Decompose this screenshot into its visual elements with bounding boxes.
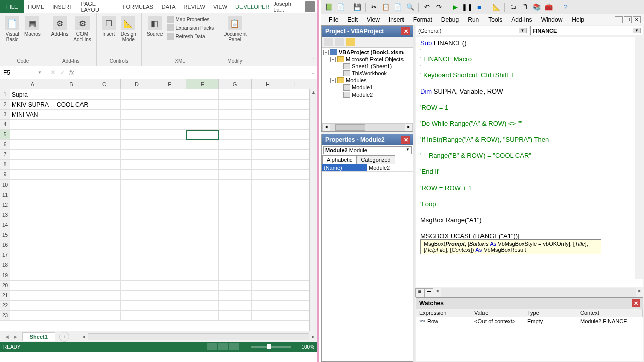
cell-G13[interactable] — [219, 210, 252, 220]
cell-I17[interactable] — [284, 250, 304, 260]
addins-button[interactable]: ⚙Add-Ins — [49, 15, 70, 38]
menu-file[interactable]: File — [325, 15, 342, 24]
row-header[interactable]: 1 — [0, 89, 10, 99]
code-line[interactable] — [420, 112, 639, 120]
name-box[interactable]: F5▼ — [0, 68, 45, 77]
cell-F3[interactable] — [186, 110, 219, 119]
add-sheet-button[interactable]: + — [59, 332, 69, 342]
cell-I22[interactable] — [284, 301, 304, 310]
zoom-slider[interactable] — [251, 346, 291, 348]
cell-C11[interactable] — [88, 190, 121, 200]
cell-H6[interactable] — [252, 140, 284, 149]
cell-B21[interactable] — [55, 291, 88, 300]
cell-G2[interactable] — [219, 100, 252, 109]
cell-I2[interactable] — [284, 100, 304, 109]
project-explorer-icon[interactable]: 🗂 — [508, 2, 518, 12]
property-value[interactable]: Module2 — [367, 164, 413, 171]
row-header[interactable]: 22 — [0, 301, 10, 310]
cell-C12[interactable] — [88, 200, 121, 210]
cell-B12[interactable] — [55, 200, 88, 210]
cell-C13[interactable] — [88, 210, 121, 220]
row-header[interactable]: 21 — [0, 291, 10, 300]
cell-B18[interactable] — [55, 260, 88, 270]
cell-E19[interactable] — [153, 270, 186, 280]
row-header[interactable]: 14 — [0, 220, 10, 230]
cell-E5[interactable] — [153, 130, 186, 139]
code-line[interactable]: ' — [420, 47, 639, 55]
cell-B3[interactable] — [55, 110, 88, 119]
cell-I21[interactable] — [284, 291, 304, 300]
col-header-c[interactable]: C — [88, 79, 121, 89]
view-excel-icon[interactable]: 📗 — [324, 2, 334, 12]
cell-I20[interactable] — [284, 281, 304, 290]
code-hscroll[interactable] — [441, 288, 636, 297]
code-line[interactable] — [420, 96, 639, 104]
cell-E11[interactable] — [153, 190, 186, 200]
cell-I14[interactable] — [284, 220, 304, 230]
cell-B5[interactable] — [55, 130, 88, 139]
view-code-icon[interactable] — [324, 38, 333, 46]
close-properties-button[interactable]: ✕ — [401, 136, 410, 144]
visual-basic-button[interactable]: 📄Visual Basic — [3, 15, 21, 43]
cell-E22[interactable] — [153, 301, 186, 310]
code-line[interactable] — [420, 176, 639, 184]
cell-E3[interactable] — [153, 110, 186, 119]
cell-G4[interactable] — [219, 120, 252, 129]
enter-formula-icon[interactable]: ✓ — [60, 69, 65, 76]
cell-H21[interactable] — [252, 291, 284, 300]
menu-help[interactable]: Help — [568, 15, 588, 24]
cell-C19[interactable] — [88, 270, 121, 280]
sheet-tab-sheet1[interactable]: Sheet1 — [22, 332, 55, 341]
cancel-formula-icon[interactable]: ✕ — [50, 69, 56, 76]
cell-C18[interactable] — [88, 260, 121, 270]
cell-D17[interactable] — [121, 250, 153, 260]
procedure-dropdown[interactable]: FINANCE▼ — [530, 26, 644, 35]
code-line[interactable] — [420, 79, 639, 87]
cell-F21[interactable] — [186, 291, 219, 300]
cell-C15[interactable] — [88, 230, 121, 240]
tab-formulas[interactable]: FORMULAS — [119, 2, 157, 12]
cell-C1[interactable] — [88, 89, 121, 99]
row-header[interactable]: 9 — [0, 170, 10, 179]
cell-A16[interactable] — [10, 240, 55, 250]
code-editor[interactable]: Sub FINANCE()'' FINANCE Macro'' Keyboard… — [416, 37, 643, 287]
cell-A14[interactable] — [10, 220, 55, 230]
tab-view[interactable]: VIEW — [209, 2, 231, 12]
cell-A1[interactable]: Supra — [10, 89, 55, 99]
fx-icon[interactable]: fx — [69, 69, 74, 76]
cell-E4[interactable] — [153, 120, 186, 129]
watch-row[interactable]: 👓 Row <Out of context> Empty Module2.FIN… — [416, 317, 643, 325]
cell-E1[interactable] — [153, 89, 186, 99]
cell-C7[interactable] — [88, 150, 121, 159]
tab-categorized[interactable]: Categorized — [356, 155, 395, 164]
cell-H15[interactable] — [252, 230, 284, 240]
cell-E14[interactable] — [153, 220, 186, 230]
row-header[interactable]: 2 — [0, 100, 10, 109]
cell-G8[interactable] — [219, 160, 252, 169]
cell-C6[interactable] — [88, 140, 121, 149]
cell-F17[interactable] — [186, 250, 219, 260]
cell-A7[interactable] — [10, 150, 55, 159]
code-line[interactable]: 'End If — [420, 168, 639, 176]
cell-H13[interactable] — [252, 210, 284, 220]
cell-A9[interactable] — [10, 170, 55, 179]
menu-insert[interactable]: Insert — [385, 15, 408, 24]
cell-F1[interactable] — [186, 89, 219, 99]
vertical-scrollbar[interactable]: ▲ — [309, 89, 317, 331]
col-header-a[interactable]: A — [10, 79, 55, 89]
help-icon[interactable]: ? — [560, 2, 571, 12]
cell-I13[interactable] — [284, 210, 304, 220]
project-tree[interactable]: −VBAProject (Book1.xlsm −Microsoft Excel… — [322, 48, 413, 123]
source-button[interactable]: ◧Source — [145, 15, 165, 38]
tab-page-layout[interactable]: PAGE LAYOU — [76, 0, 118, 15]
code-vscroll[interactable] — [635, 37, 643, 279]
close-project-button[interactable]: ✕ — [401, 27, 410, 35]
col-header-e[interactable]: E — [153, 79, 186, 89]
cell-B13[interactable] — [55, 210, 88, 220]
cell-F23[interactable] — [186, 311, 219, 320]
insert-control-button[interactable]: ☐Insert — [100, 15, 118, 38]
cell-I9[interactable] — [284, 170, 304, 179]
code-line[interactable]: ' — [420, 63, 639, 71]
cell-A2[interactable]: MKIV SUPRA — [10, 100, 55, 109]
code-hscroll-left-icon[interactable]: ◄ — [433, 288, 441, 297]
